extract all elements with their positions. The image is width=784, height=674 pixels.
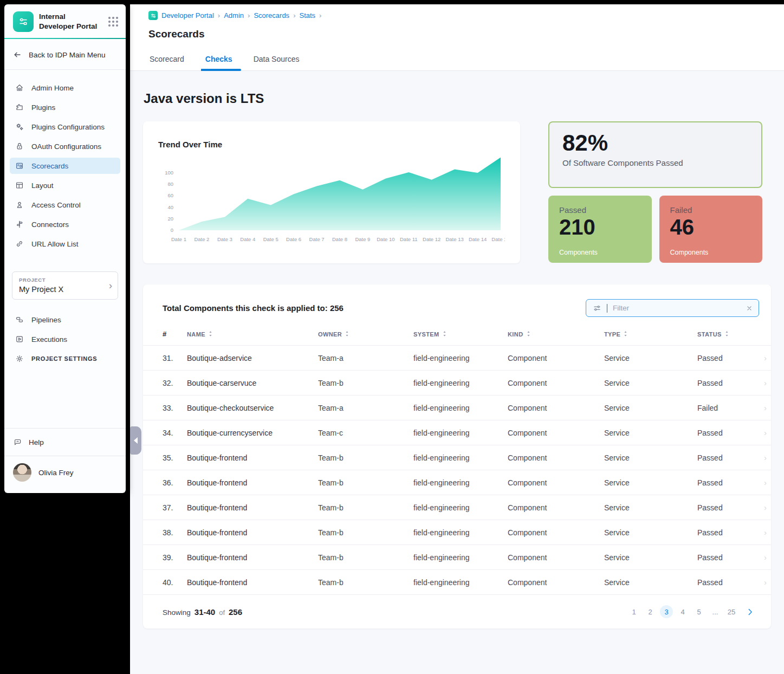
sidebar-item-label: Scorecards <box>31 162 68 170</box>
svg-text:Date 14: Date 14 <box>469 236 487 242</box>
percent-caption: Of Software Components Passed <box>562 158 748 167</box>
trend-chart-card: Trend Over Time 020406080100 Date 1Date … <box>143 121 520 263</box>
main-area: Developer Portal › Admin › Scorecards › … <box>130 4 784 674</box>
svg-text:Date 9: Date 9 <box>355 236 370 242</box>
project-label: PROJECT <box>19 277 111 283</box>
breadcrumb-separator-icon: › <box>248 11 250 20</box>
sidebar-item-label: OAuth Configurations <box>31 142 101 151</box>
page-title: Scorecards <box>148 28 784 40</box>
breadcrumb-link[interactable]: Developer Portal <box>161 11 214 20</box>
page-button[interactable]: 25 <box>725 605 738 618</box>
sidebar-item[interactable]: Pipelines <box>10 312 120 328</box>
help-button[interactable]: Help <box>4 428 126 456</box>
page-button[interactable]: 5 <box>692 605 705 618</box>
page-button[interactable]: 4 <box>676 605 689 618</box>
breadcrumb-separator-icon: › <box>319 11 321 20</box>
sidebar-item[interactable]: PROJECT SETTINGS <box>10 351 120 367</box>
app-launcher-icon[interactable] <box>108 17 118 27</box>
brand-name: Internal Developer Portal <box>39 12 97 31</box>
svg-text:Date 15: Date 15 <box>491 236 505 242</box>
sidebar-item[interactable]: Executions <box>10 331 120 347</box>
pagination: 12345...25 <box>627 605 755 618</box>
breadcrumb-link[interactable]: Stats <box>299 11 315 20</box>
tab[interactable]: Scorecard <box>148 55 185 70</box>
filter-box <box>586 299 759 317</box>
close-icon[interactable] <box>746 304 753 312</box>
table-row[interactable]: 35. Boutique-frontend Team-b field-engin… <box>143 445 771 470</box>
column-header[interactable]: KIND <box>508 330 604 338</box>
svg-text:Date 4: Date 4 <box>240 236 255 242</box>
table-row[interactable]: 38. Boutique-frontend Team-b field-engin… <box>143 520 771 545</box>
next-page-button[interactable] <box>746 607 755 617</box>
failed-card: Failed 46 Components <box>659 196 763 263</box>
svg-text:Date 3: Date 3 <box>217 236 232 242</box>
table-row[interactable]: 34. Boutique-currencyservice Team-c fiel… <box>143 420 771 445</box>
column-header[interactable]: OWNER <box>318 330 413 338</box>
page-button[interactable]: ... <box>709 605 722 618</box>
sidebar-item[interactable]: Plugins <box>10 99 120 115</box>
filter-sliders-icon <box>593 304 601 313</box>
chart-title: Trend Over Time <box>158 140 505 149</box>
sidebar-item-label: Executions <box>31 335 67 344</box>
column-header[interactable]: NAME <box>187 330 318 338</box>
row-chevron-icon: › <box>764 553 767 562</box>
gear-icon <box>15 354 24 363</box>
sidebar-item-label: Layout <box>31 182 54 190</box>
row-chevron-icon: › <box>764 353 767 362</box>
sidebar-item-label: Connectors <box>31 221 69 229</box>
row-chevron-icon: › <box>764 503 767 512</box>
content: Java version is LTS Trend Over Time 0204… <box>130 71 784 674</box>
page-button[interactable]: 3 <box>660 605 673 618</box>
table-row[interactable]: 31. Boutique-adservice Team-a field-engi… <box>143 345 771 370</box>
project-name: My Project X <box>19 285 111 294</box>
sidebar-item[interactable]: Connectors <box>10 216 120 232</box>
breadcrumb-link[interactable]: Scorecards <box>254 11 289 20</box>
sidebar-item[interactable]: Access Control <box>10 197 120 213</box>
svg-text:Date 12: Date 12 <box>423 236 440 242</box>
sidebar-item[interactable]: Admin Home <box>10 80 120 96</box>
status-value: Passed <box>697 553 723 562</box>
puzzle-icon <box>15 103 24 112</box>
status-value: Passed <box>697 528 723 537</box>
column-header[interactable]: SYSTEM <box>413 330 508 338</box>
tab[interactable]: Data Sources <box>252 55 301 70</box>
sidebar-item-label: Pipelines <box>31 316 61 324</box>
check-heading: Java version is LTS <box>144 91 771 106</box>
sidebar-item[interactable]: URL Allow List <box>10 236 120 252</box>
sidebar-collapse-handle[interactable] <box>130 426 141 455</box>
sidebar-item[interactable]: Scorecards <box>10 158 120 174</box>
breadcrumb-link[interactable]: Admin <box>224 11 244 20</box>
table-header-row: # NAME OWNER <box>143 317 771 345</box>
column-header[interactable]: STATUS <box>697 330 771 338</box>
table-body: 31. Boutique-adservice Team-a field-engi… <box>143 345 771 594</box>
sidebar-item[interactable]: OAuth Configurations <box>10 138 120 154</box>
table-row[interactable]: 40. Boutique-frontend Team-b field-engin… <box>143 569 771 594</box>
column-header[interactable]: TYPE <box>604 330 697 338</box>
status-value: Passed <box>697 503 723 512</box>
sidebar-item[interactable]: Plugins Configurations <box>10 119 120 135</box>
user-menu[interactable]: Olivia Frey <box>4 456 126 493</box>
scorecard-icon <box>15 161 24 170</box>
back-to-main-menu[interactable]: Back to IDP Main Menu <box>4 39 126 70</box>
filter-input[interactable] <box>613 304 740 312</box>
table-row[interactable]: 37. Boutique-frontend Team-b field-engin… <box>143 495 771 520</box>
tab-bar: ScorecardChecksData Sources <box>148 55 784 70</box>
sidebar-item-label: URL Allow List <box>31 240 79 248</box>
page-button[interactable]: 2 <box>644 605 657 618</box>
svg-text:100: 100 <box>165 170 173 176</box>
column-header[interactable]: # <box>163 330 187 338</box>
back-label: Back to IDP Main Menu <box>29 51 106 59</box>
page-button[interactable]: 1 <box>627 605 640 618</box>
sidebar-item-label: Plugins Configurations <box>31 123 105 131</box>
table-row[interactable]: 33. Boutique-checkoutservice Team-a fiel… <box>143 395 771 420</box>
table-row[interactable]: 32. Boutique-carservuce Team-b field-eng… <box>143 370 771 395</box>
project-selector[interactable]: PROJECT My Project X › <box>12 271 118 300</box>
breadcrumb-item: Developer Portal › <box>161 11 220 20</box>
sidebar-item[interactable]: Layout <box>10 177 120 193</box>
home-icon <box>15 83 24 92</box>
showing-summary: Showing 31-40 of 256 <box>163 607 242 617</box>
table-row[interactable]: 39. Boutique-frontend Team-b field-engin… <box>143 545 771 569</box>
signpost-icon <box>15 220 24 229</box>
tab[interactable]: Checks <box>204 55 234 70</box>
table-row[interactable]: 36. Boutique-frontend Team-b field-engin… <box>143 470 771 495</box>
